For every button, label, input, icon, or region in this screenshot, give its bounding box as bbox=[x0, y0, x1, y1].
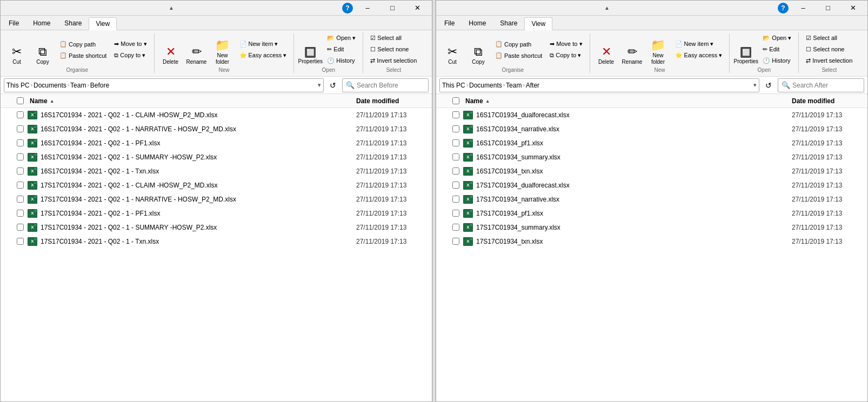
edit-button[interactable]: ✏ Edit bbox=[324, 44, 358, 55]
tab-view[interactable]: View bbox=[89, 17, 117, 30]
file-row[interactable]: X17S17C01934 - 2021 - Q02 - 1 - PF1.xlsx… bbox=[1, 206, 432, 220]
paste-shortcut-button[interactable]: 📋 Paste shortcut bbox=[57, 50, 109, 61]
file-checkbox[interactable] bbox=[17, 224, 24, 231]
copy-to-button-after[interactable]: ⧉ Copy to ▾ bbox=[547, 50, 585, 61]
move-to-button-after[interactable]: ➡ Move to ▾ bbox=[547, 39, 585, 50]
cut-button-after[interactable]: ✂ Cut bbox=[440, 34, 464, 66]
file-checkbox[interactable] bbox=[17, 210, 24, 217]
file-row[interactable]: X17S17C01934 - 2021 - Q02 - 1 - Txn.xlsx… bbox=[1, 234, 432, 249]
file-checkbox[interactable] bbox=[17, 182, 24, 189]
file-row[interactable]: X16S17C01934 - 2021 - Q02 - 1 - Txn.xlsx… bbox=[1, 164, 432, 178]
tab-home[interactable]: Home bbox=[26, 17, 57, 30]
search-input-after[interactable] bbox=[792, 82, 860, 89]
copy-to-button[interactable]: ⧉ Copy to ▾ bbox=[111, 50, 149, 61]
select-none-button[interactable]: ☐ Select none bbox=[368, 44, 419, 55]
tab-view-after[interactable]: View bbox=[524, 17, 552, 30]
file-checkbox[interactable] bbox=[452, 238, 459, 245]
help-button[interactable]: ? bbox=[342, 3, 353, 14]
file-checkbox[interactable] bbox=[17, 153, 24, 160]
select-all-checkbox-before[interactable] bbox=[17, 97, 24, 104]
refresh-button-before[interactable]: ↺ bbox=[326, 78, 340, 92]
file-row[interactable]: X17S17C01934 - 2021 - Q02 - 1 - CLAIM -H… bbox=[1, 178, 432, 192]
file-checkbox[interactable] bbox=[452, 168, 459, 175]
minimize-button-after[interactable]: – bbox=[791, 1, 816, 16]
history-button-after[interactable]: 🕐 History bbox=[760, 55, 794, 66]
delete-button-after[interactable]: ✕ Delete bbox=[595, 34, 618, 66]
open-button[interactable]: 📂 Open ▾ bbox=[324, 32, 358, 43]
new-folder-button-after[interactable]: 📁 New folder bbox=[646, 34, 670, 66]
invert-selection-button[interactable]: ⇄ Invert selection bbox=[368, 55, 419, 66]
search-input-before[interactable] bbox=[357, 82, 425, 89]
ribbon-collapse-btn[interactable]: ▲ bbox=[167, 4, 176, 12]
file-checkbox[interactable] bbox=[452, 210, 459, 217]
select-all-checkbox-after[interactable] bbox=[452, 97, 459, 104]
search-box-after[interactable]: 🔍 bbox=[778, 78, 864, 92]
copy-button-after[interactable]: ⧉ Copy bbox=[466, 34, 490, 66]
copy-path-button[interactable]: 📋 Copy path bbox=[57, 39, 109, 50]
tab-home-after[interactable]: Home bbox=[462, 17, 493, 30]
file-row[interactable]: X17S17C01934 - 2021 - Q02 - 1 - SUMMARY … bbox=[1, 220, 432, 234]
new-item-button[interactable]: 📄 New item ▾ bbox=[237, 39, 290, 50]
breadcrumb-after[interactable]: This PC › Documents › Team › After ▾ bbox=[439, 78, 759, 92]
file-checkbox[interactable] bbox=[17, 139, 24, 146]
select-none-button-after[interactable]: ☐ Select none bbox=[803, 44, 855, 55]
help-button-after[interactable]: ? bbox=[778, 3, 789, 14]
file-row[interactable]: X16S17C01934_dualforecast.xlsx27/11/2019… bbox=[436, 108, 867, 122]
file-checkbox[interactable] bbox=[452, 224, 459, 231]
edit-button-after[interactable]: ✏ Edit bbox=[760, 44, 794, 55]
file-checkbox[interactable] bbox=[452, 182, 459, 189]
minimize-button[interactable]: – bbox=[355, 1, 380, 16]
open-button-after[interactable]: 📂 Open ▾ bbox=[760, 32, 794, 43]
file-checkbox[interactable] bbox=[452, 196, 459, 203]
file-row[interactable]: X16S17C01934_narrative.xlsx27/11/2019 17… bbox=[436, 122, 867, 136]
cut-button[interactable]: ✂ Cut bbox=[5, 34, 29, 66]
tab-share-after[interactable]: Share bbox=[493, 17, 524, 30]
header-name-after[interactable]: Name ▲ bbox=[463, 97, 792, 105]
tab-file-after[interactable]: File bbox=[437, 17, 462, 30]
file-checkbox[interactable] bbox=[452, 111, 459, 118]
file-row[interactable]: X16S17C01934_summary.xlsx27/11/2019 17:1… bbox=[436, 150, 867, 164]
new-item-button-after[interactable]: 📄 New item ▾ bbox=[672, 39, 725, 50]
file-row[interactable]: X17S17C01934_txn.xlsx27/11/2019 17:13 bbox=[436, 234, 867, 249]
copy-path-button-after[interactable]: 📋 Copy path bbox=[492, 39, 545, 50]
header-checkbox-before[interactable] bbox=[17, 97, 28, 104]
file-row[interactable]: X17S17C01934_pf1.xlsx27/11/2019 17:13 bbox=[436, 206, 867, 220]
maximize-button[interactable]: □ bbox=[380, 1, 405, 16]
rename-button-after[interactable]: ✏ Rename bbox=[620, 34, 644, 66]
file-row[interactable]: X17S17C01934 - 2021 - Q02 - 1 - NARRATIV… bbox=[1, 192, 432, 206]
invert-selection-button-after[interactable]: ⇄ Invert selection bbox=[803, 55, 855, 66]
file-checkbox[interactable] bbox=[452, 139, 459, 146]
header-name-before[interactable]: Name ▲ bbox=[28, 97, 356, 105]
file-checkbox[interactable] bbox=[17, 168, 24, 175]
file-row[interactable]: X17S17C01934_dualforecast.xlsx27/11/2019… bbox=[436, 178, 867, 192]
maximize-button-after[interactable]: □ bbox=[816, 1, 840, 16]
file-checkbox[interactable] bbox=[17, 196, 24, 203]
new-folder-button[interactable]: 📁 New folder bbox=[211, 34, 235, 66]
file-checkbox[interactable] bbox=[452, 153, 459, 160]
file-row[interactable]: X16S17C01934 - 2021 - Q02 - 1 - SUMMARY … bbox=[1, 150, 432, 164]
header-date-before[interactable]: Date modified bbox=[356, 97, 432, 105]
header-checkbox-after[interactable] bbox=[452, 97, 463, 104]
file-checkbox[interactable] bbox=[452, 125, 459, 132]
breadcrumb-before[interactable]: This PC › Documents › Team › Before ▾ bbox=[4, 78, 324, 92]
address-dropdown-btn-after[interactable]: ▾ bbox=[753, 82, 757, 89]
properties-button[interactable]: 🔲 Properties bbox=[298, 33, 322, 65]
move-to-button[interactable]: ➡ Move to ▾ bbox=[111, 39, 149, 50]
tab-file[interactable]: File bbox=[2, 17, 26, 30]
file-row[interactable]: X16S17C01934_pf1.xlsx27/11/2019 17:13 bbox=[436, 136, 867, 150]
easy-access-button[interactable]: ⭐ Easy access ▾ bbox=[237, 50, 290, 61]
close-button[interactable]: ✕ bbox=[405, 1, 430, 16]
paste-shortcut-button-after[interactable]: 📋 Paste shortcut bbox=[492, 50, 545, 61]
address-dropdown-btn[interactable]: ▾ bbox=[318, 82, 321, 89]
delete-button[interactable]: ✕ Delete bbox=[159, 34, 183, 66]
select-all-button[interactable]: ☑ Select all bbox=[368, 32, 419, 43]
search-box-before[interactable]: 🔍 bbox=[342, 78, 429, 92]
file-row[interactable]: X16S17C01934 - 2021 - Q02 - 1 - CLAIM -H… bbox=[1, 108, 432, 122]
file-checkbox[interactable] bbox=[17, 111, 24, 118]
easy-access-button-after[interactable]: ⭐ Easy access ▾ bbox=[672, 50, 725, 61]
history-button[interactable]: 🕐 History bbox=[324, 55, 358, 66]
header-date-after[interactable]: Date modified bbox=[792, 97, 867, 105]
tab-share[interactable]: Share bbox=[57, 17, 89, 30]
file-row[interactable]: X17S17C01934_summary.xlsx27/11/2019 17:1… bbox=[436, 220, 867, 234]
file-checkbox[interactable] bbox=[17, 125, 24, 132]
